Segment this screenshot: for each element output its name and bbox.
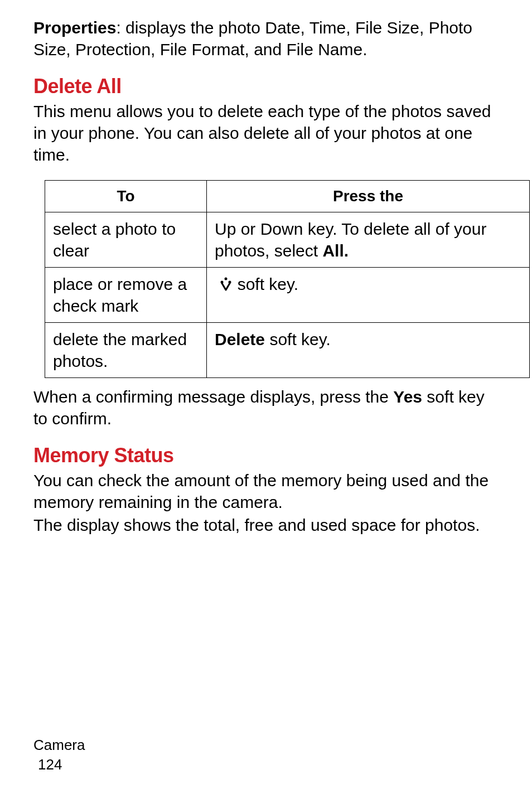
- table-row: select a photo to clear Up or Down key. …: [45, 212, 530, 268]
- table-head-press: Press the: [207, 181, 530, 212]
- memory-status-para1: You can check the amount of the memory b…: [33, 469, 499, 513]
- cell-press: Up or Down key. To delete all of your ph…: [207, 212, 530, 268]
- svg-point-0: [225, 278, 228, 280]
- footer-section: Camera: [33, 735, 85, 755]
- delete-all-table: To Press the select a photo to clear Up …: [45, 180, 530, 378]
- cell-bold: Delete: [215, 330, 265, 348]
- cell-press: soft key.: [207, 268, 530, 323]
- table-row: delete the marked photos. Delete soft ke…: [45, 323, 530, 378]
- cell-text: Up or Down key. To delete all of your ph…: [215, 220, 486, 260]
- delete-all-after: When a confirming message displays, pres…: [33, 386, 499, 429]
- cell-to: delete the marked photos.: [45, 323, 207, 378]
- properties-paragraph: Properties: displays the photo Date, Tim…: [33, 17, 499, 60]
- properties-label: Properties: [33, 18, 116, 37]
- memory-status-para2: The display shows the total, free and us…: [33, 514, 499, 536]
- cell-bold: All.: [322, 241, 349, 260]
- delete-all-paragraph: This menu allows you to delete each type…: [33, 100, 499, 166]
- cell-text: soft key.: [233, 275, 298, 293]
- cell-to: select a photo to clear: [45, 212, 207, 268]
- after-prefix: When a confirming message displays, pres…: [33, 388, 393, 406]
- page-footer: Camera 124: [33, 735, 85, 774]
- after-bold: Yes: [393, 388, 422, 406]
- softkey-icon: [219, 275, 233, 291]
- table-row: place or remove a check mark soft key.: [45, 268, 530, 323]
- memory-status-heading: Memory Status: [33, 444, 499, 467]
- table-head-to: To: [45, 181, 207, 212]
- cell-to: place or remove a check mark: [45, 268, 207, 323]
- cell-text: soft key.: [265, 330, 331, 348]
- cell-press: Delete soft key.: [207, 323, 530, 378]
- footer-page-number: 124: [38, 755, 85, 774]
- delete-all-heading: Delete All: [33, 75, 499, 98]
